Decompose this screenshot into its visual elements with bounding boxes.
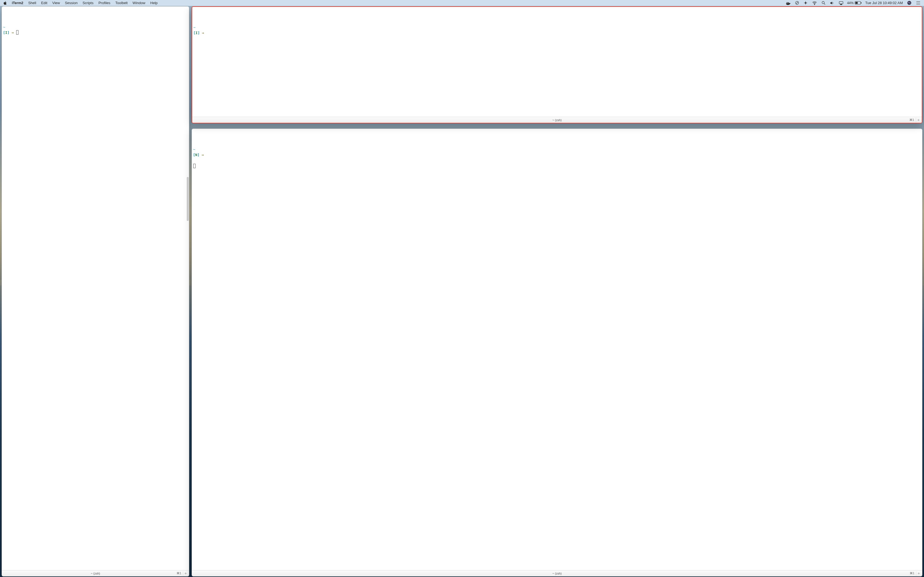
battery-icon <box>855 1 862 5</box>
prompt-path: ~ <box>193 25 195 29</box>
teleport-icon[interactable] <box>803 0 809 6</box>
terminal-window-left[interactable]: ~ [I] → ~ (zsh) ⌘1 ＋ <box>2 6 189 577</box>
tab-shortcut-label: ⌘1 <box>909 118 914 122</box>
terminal-pane-top-right[interactable]: ~ [I] → <box>192 7 922 117</box>
svg-point-4 <box>822 2 824 3</box>
menu-profiles[interactable]: Profiles <box>96 0 113 6</box>
svg-line-5 <box>824 3 825 5</box>
terminal-cursor <box>193 164 195 168</box>
menu-session[interactable]: Session <box>62 0 80 6</box>
desktop-workspace: ~ [I] → ~ (zsh) ⌘1 ＋ ~ [I] → ~ (zsh) ⌘1 … <box>0 6 924 577</box>
tab-shortcut-label: ⌘1 <box>176 572 181 575</box>
terminal-cursor <box>16 30 18 35</box>
menu-edit[interactable]: Edit <box>39 0 50 6</box>
prompt-mode: I <box>5 31 7 35</box>
volume-icon[interactable] <box>829 0 835 6</box>
battery-percent-label: 44% <box>847 1 854 5</box>
airplay-icon[interactable] <box>838 0 844 6</box>
menu-window[interactable]: Window <box>130 0 148 6</box>
new-tab-button[interactable]: ＋ <box>916 571 921 576</box>
apple-logo-icon[interactable] <box>3 1 7 5</box>
menubar-right: 44% Tue Jul 28 10:49:02 AM <box>785 0 924 6</box>
tab-shortcut-label: ⌘1 <box>910 572 914 575</box>
svg-point-3 <box>814 4 815 5</box>
menubar-clock[interactable]: Tue Jul 28 10:49:02 AM <box>864 1 903 5</box>
prompt-arrow: → <box>202 31 204 35</box>
new-tab-button[interactable]: ＋ <box>916 118 921 122</box>
svg-line-1 <box>796 2 798 4</box>
svg-rect-9 <box>856 2 858 4</box>
tab-title[interactable]: ~ (zsh) <box>91 572 100 575</box>
menu-help[interactable]: Help <box>148 0 160 6</box>
macos-menubar: iTerm2 Shell Edit View Session Scripts P… <box>0 0 924 6</box>
siri-icon[interactable] <box>906 0 913 6</box>
menu-app-name[interactable]: iTerm2 <box>9 0 26 6</box>
tab-bar-left: ~ (zsh) ⌘1 ＋ <box>2 570 189 576</box>
terminal-pane-bottom-right[interactable]: ~ [N] → <box>192 129 922 570</box>
terminal-window-top-right[interactable]: ~ [I] → ~ (zsh) ⌘1 ＋ <box>192 6 922 123</box>
prompt-arrow: → <box>202 153 204 157</box>
do-not-disturb-icon[interactable] <box>794 0 800 6</box>
tab-bar-bottom-right: ~ (zsh) ⌘1 ＋ <box>192 570 922 576</box>
svg-point-2 <box>805 2 806 3</box>
svg-rect-8 <box>861 2 862 3</box>
docker-whale-icon[interactable] <box>785 0 792 6</box>
prompt-path: ~ <box>193 147 195 152</box>
wifi-icon[interactable] <box>811 0 818 6</box>
prompt-mode: N <box>195 153 197 157</box>
menu-view[interactable]: View <box>50 0 62 6</box>
prompt-path: ~ <box>3 25 5 29</box>
battery-status[interactable]: 44% <box>847 1 862 5</box>
tab-title[interactable]: ~ (zsh) <box>552 572 562 575</box>
new-tab-button[interactable]: ＋ <box>183 571 188 576</box>
terminal-pane-left[interactable]: ~ [I] → <box>2 6 189 570</box>
tab-title[interactable]: ~ (zsh) <box>552 118 562 122</box>
menu-toolbelt[interactable]: Toolbelt <box>113 0 130 6</box>
menu-shell[interactable]: Shell <box>26 0 39 6</box>
notification-center-icon[interactable] <box>915 2 921 5</box>
spotlight-search-icon[interactable] <box>821 0 826 6</box>
prompt-arrow: → <box>11 31 14 35</box>
tab-bar-top-right: ~ (zsh) ⌘1 ＋ <box>192 117 922 123</box>
prompt-mode: I <box>195 31 198 35</box>
scrollbar-thumb[interactable] <box>187 177 189 221</box>
terminal-window-bottom-right[interactable]: ~ [N] → ~ (zsh) ⌘1 ＋ <box>192 129 922 577</box>
menubar-left: iTerm2 Shell Edit View Session Scripts P… <box>0 0 160 6</box>
menu-scripts[interactable]: Scripts <box>80 0 96 6</box>
